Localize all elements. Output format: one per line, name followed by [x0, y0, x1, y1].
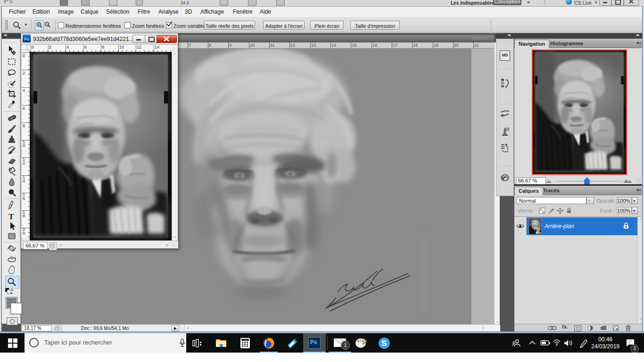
svg-text:S: S: [381, 339, 387, 348]
svg-text:T: T: [8, 212, 14, 221]
svg-text:Ps: Ps: [24, 37, 29, 41]
